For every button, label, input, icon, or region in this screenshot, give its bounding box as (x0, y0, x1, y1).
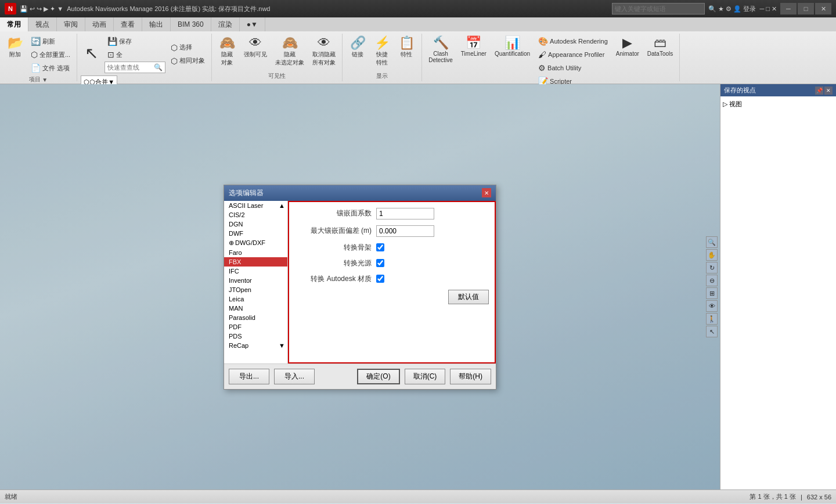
ribbon-group-select: ↖ 💾 保存 ⊡ 全 (77, 34, 212, 81)
tab-animation[interactable]: 动画 (85, 17, 114, 31)
maximize-button[interactable]: □ (798, 3, 814, 15)
select-stack2: ⬡ 选择 ⬡ 相同对象 (168, 41, 208, 67)
titlebar-controls: ─ □ ✕ (780, 3, 831, 15)
dialog-body: ASCII Laser ▲ CIS/2 DGN DWF (224, 201, 496, 363)
all-button[interactable]: ⊡ 全 (105, 48, 165, 61)
tree-item-fbx[interactable]: FBX (224, 257, 287, 267)
properties-button[interactable]: 📋 特性 (395, 35, 418, 60)
clash-detective-button[interactable]: 🔨 ClashDetective (426, 35, 456, 65)
quick-search-box[interactable]: 🔍 (105, 62, 165, 73)
link-button[interactable]: 🔗 链接 (346, 35, 369, 60)
hide-unselected-button[interactable]: 🙈 隐藏未选定对象 (272, 35, 307, 69)
tree-item-view[interactable]: ▷ 视图 (723, 99, 834, 110)
file-options-button[interactable]: 📄 文件 选项 (28, 62, 73, 74)
refresh-button[interactable]: 🔄 刷新 (28, 35, 73, 48)
viewport[interactable]: 选项编辑器 ✕ ASCII Laser ▲ CIS/2 (0, 84, 720, 489)
close-button[interactable]: ✕ (815, 3, 831, 15)
panel-close-button[interactable]: ✕ (824, 87, 833, 95)
autodesk-rendering-button[interactable]: 🎨 Autodesk Rendering (535, 35, 611, 48)
titlebar-search[interactable] (612, 3, 705, 15)
tab-bim360[interactable]: BIM 360 (171, 17, 211, 31)
tree-item-recap[interactable]: ReCap ▼ (224, 341, 287, 350)
datatools-button[interactable]: 🗃 DataTools (644, 35, 676, 59)
select-button[interactable]: ↖ (81, 42, 102, 66)
convert-material-row: 转换 Autodesk 材质 (295, 274, 489, 284)
tree-item-ifc[interactable]: IFC (224, 267, 287, 276)
select-region-button[interactable]: ⬡ 相同对象 (168, 55, 208, 67)
tree-item-jtopen[interactable]: JTOpen (224, 285, 287, 294)
minimize-button[interactable]: ─ (780, 3, 797, 15)
dialog-close-button[interactable]: ✕ (482, 188, 491, 197)
tree-item-ascii-laser[interactable]: ASCII Laser ▲ (224, 201, 287, 210)
save-selection-button[interactable]: 💾 保存 (105, 35, 165, 48)
display-group-label: 显示 (376, 72, 388, 80)
force-visible-button[interactable]: 👁 强制可见 (241, 35, 270, 60)
right-panel-header-buttons: 📌 ✕ (815, 87, 833, 95)
datatools-icon: 🗃 (654, 37, 666, 49)
convert-skeleton-checkbox[interactable] (376, 243, 384, 251)
batch-utility-button[interactable]: ⚙ Batch Utility (535, 62, 611, 74)
convert-skeleton-label: 转换骨架 (295, 243, 376, 253)
dialog-titlebar: 选项编辑器 ✕ (224, 185, 496, 201)
unhide-all-button[interactable]: 👁 取消隐藏所有对象 (309, 35, 338, 69)
dialog-tree: ASCII Laser ▲ CIS/2 DGN DWF (224, 201, 288, 363)
visibility-group-items: 🙈 隐藏对象 👁 强制可见 🙈 隐藏未选定对象 👁 取消隐藏所有对象 (215, 35, 338, 71)
tree-item-pdf[interactable]: PDF (224, 322, 287, 332)
tab-view[interactable]: 查看 (114, 17, 142, 31)
tree-item-parasolid[interactable]: Parasolid (224, 313, 287, 322)
tab-output[interactable]: 输出 (142, 17, 171, 31)
convert-lights-checkbox[interactable] (376, 259, 384, 267)
help-button[interactable]: 帮助(H) (450, 369, 491, 384)
tab-common[interactable]: 常用 (0, 17, 28, 31)
tree-item-dwf[interactable]: DWF (224, 229, 287, 238)
animator-button[interactable]: ▶ Animator (613, 35, 642, 59)
tab-viewpoint[interactable]: 视点 (28, 17, 57, 31)
convert-material-checkbox[interactable] (376, 275, 384, 283)
tab-render[interactable]: 渲染 (211, 17, 240, 31)
scroll-arrow: ▲ (279, 202, 285, 209)
convert-lights-label: 转换光源 (295, 258, 376, 268)
select-group-items: ↖ 💾 保存 ⊡ 全 (81, 35, 208, 88)
visibility-group-label: 可见性 (268, 72, 286, 80)
right-panel: 保存的视点 📌 ✕ ▷ 视图 (720, 84, 836, 489)
hide-button[interactable]: 🙈 隐藏对象 (215, 35, 239, 69)
quick-search-input[interactable] (107, 64, 154, 71)
tree-item-dgn[interactable]: DGN (224, 219, 287, 229)
tree-item-inventor[interactable]: Inventor (224, 276, 287, 285)
statusbar-right: 第 1 张，共 1 张 | 632 x 56 (749, 492, 831, 501)
dialog-overlay: 选项编辑器 ✕ ASCII Laser ▲ CIS/2 (0, 84, 720, 489)
quick-props-icon: ⚡ (374, 37, 390, 49)
autodesk-rendering-icon: 🎨 (538, 37, 548, 46)
default-button[interactable]: 默认值 (448, 290, 489, 304)
tree-item-cis2[interactable]: CIS/2 (224, 210, 287, 219)
tab-review[interactable]: 审阅 (57, 17, 85, 31)
titlebar-title: Autodesk Navisworks Manage 2016 (未注册版) 实… (67, 5, 270, 13)
panel-pin-button[interactable]: 📌 (815, 87, 823, 95)
dialog-form: 镶嵌面系数 最大镶嵌面偏差 (m) 转换骨架 转换光源 (288, 201, 496, 363)
tree-item-pds[interactable]: PDS (224, 332, 287, 341)
tree-item-leica[interactable]: Leica (224, 294, 287, 304)
statusbar: 就绪 第 1 张，共 1 张 | 632 x 56 (0, 489, 836, 503)
tree-item-dwg-dxf[interactable]: ⊕ DWG/DXF (224, 238, 287, 248)
tab-more[interactable]: ●▼ (240, 17, 265, 31)
tree-item-man[interactable]: MAN (224, 304, 287, 313)
max-deviation-input[interactable] (376, 225, 434, 237)
embed-faces-input[interactable] (376, 208, 434, 219)
export-button[interactable]: 导出... (229, 369, 269, 384)
unhide-all-icon: 👁 (318, 37, 330, 49)
appearance-profiler-button[interactable]: 🖌 Appearance Profiler (535, 48, 611, 61)
cancel-button[interactable]: 取消(C) (405, 369, 446, 384)
quick-props-button[interactable]: ⚡ 快捷特性 (370, 35, 394, 69)
ok-button[interactable]: 确定(O) (357, 369, 399, 384)
convert-material-label: 转换 Autodesk 材质 (295, 274, 376, 284)
quantification-button[interactable]: 📊 Quantification (492, 35, 533, 59)
ribbon-group-display: 🔗 链接 ⚡ 快捷特性 📋 特性 显示 (343, 34, 422, 81)
add-button[interactable]: 📂 附加 (3, 35, 27, 60)
ribbon: 常用 视点 审阅 动画 查看 输出 BIM 360 渲染 ●▼ 📂 附加 🔄 刷… (0, 17, 836, 84)
reset-all-button[interactable]: ⬡ 全部重置... (28, 48, 73, 61)
timeliner-button[interactable]: 📅 TimeLiner (458, 35, 489, 59)
select-same-button[interactable]: ⬡ 选择 (168, 41, 208, 54)
tree-item-faro[interactable]: Faro (224, 248, 287, 257)
import-button[interactable]: 导入... (274, 369, 315, 384)
add-icon: 📂 (8, 37, 23, 49)
